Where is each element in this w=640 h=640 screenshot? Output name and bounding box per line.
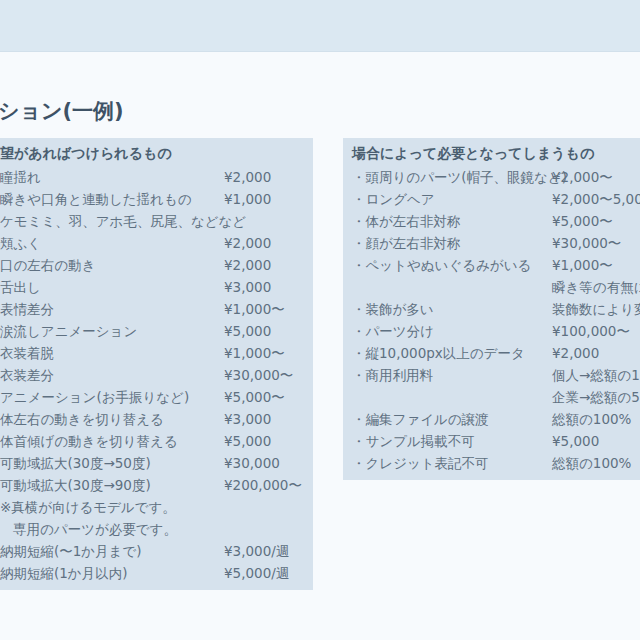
optional-features-panel: 望があればつけられるもの 瞳揺れ¥2,000瞬きや口角と連動した揺れもの¥1,0…: [0, 138, 313, 590]
item-price: ¥2,000〜: [552, 166, 613, 188]
table-row: 涙流しアニメーション¥5,000: [0, 320, 313, 342]
item-label: ・パーツ分け: [352, 320, 434, 342]
item-price: ¥1,000: [224, 188, 271, 210]
item-label: ・体が左右非対称: [352, 210, 460, 232]
table-row: 納期短縮(1か月以内)¥5,000/週: [0, 562, 313, 584]
table-row: ・ロングヘア¥2,000〜5,000: [343, 188, 640, 210]
item-label: 衣装差分: [0, 364, 54, 386]
table-row: 体首傾げの動きを切り替える¥5,000: [0, 430, 313, 452]
table-row: ・パーツ分け¥100,000〜: [343, 320, 640, 342]
item-label: 舌出し: [0, 276, 41, 298]
item-price: ¥30,000〜: [552, 232, 621, 254]
item-price: ¥1,000〜: [224, 298, 285, 320]
table-row: 可動域拡大(30度→50度)¥30,000: [0, 452, 313, 474]
item-price: ¥200,000〜: [224, 474, 302, 496]
table-row: 舌出し¥3,000: [0, 276, 313, 298]
item-price: 個人→総額の10%: [552, 364, 640, 386]
right-panel-header: 場合によって必要となってしまうもの: [343, 142, 640, 164]
left-panel-rows: 瞳揺れ¥2,000瞬きや口角と連動した揺れもの¥1,000ケモミミ、羽、アホ毛、…: [0, 166, 313, 584]
item-price: ¥5,000〜: [552, 210, 613, 232]
table-row: ・顔が左右非対称¥30,000〜: [343, 232, 640, 254]
table-row: ・ペットやぬいぐるみがいる¥1,000〜: [343, 254, 640, 276]
item-price: ¥5,000〜: [224, 386, 285, 408]
item-label: 体左右の動きを切り替える: [0, 408, 164, 430]
item-label: ケモミミ、羽、アホ毛、尻尾、などなど: [0, 210, 246, 232]
page-title: ション(一例): [0, 97, 124, 125]
table-row: ※真横が向けるモデルです。: [0, 496, 313, 518]
item-label: 可動域拡大(30度→90度): [0, 474, 151, 496]
item-label: 納期短縮(〜1か月まで): [0, 540, 142, 562]
item-label: 瞳揺れ: [0, 166, 41, 188]
item-price: 総額の100%: [552, 408, 631, 430]
table-row: ・サンプル掲載不可¥5,000: [343, 430, 640, 452]
item-price: 総額の100%: [552, 452, 631, 474]
item-price: 瞬き等の有無により変動: [552, 276, 640, 298]
right-panel-rows: ・頭周りのパーツ(帽子、眼鏡など)¥2,000〜・ロングヘア¥2,000〜5,0…: [343, 166, 640, 474]
item-label: ・編集ファイルの譲渡: [352, 408, 489, 430]
item-label: ・商用利用料: [352, 364, 433, 386]
item-price: ¥2,000: [224, 232, 271, 254]
table-row: ・頭周りのパーツ(帽子、眼鏡など)¥2,000〜: [343, 166, 640, 188]
item-label: ・クレジット表記不可: [352, 452, 489, 474]
item-price: ¥5,000: [224, 320, 271, 342]
item-label: 納期短縮(1か月以内): [0, 562, 127, 584]
item-price: ¥2,000: [224, 166, 271, 188]
table-row: 企業→総額の50%: [343, 386, 640, 408]
item-price: ¥30,000: [224, 452, 280, 474]
table-row: ・編集ファイルの譲渡総額の100%: [343, 408, 640, 430]
table-row: 納期短縮(〜1か月まで)¥3,000/週: [0, 540, 313, 562]
item-label: ・ペットやぬいぐるみがいる: [352, 254, 531, 276]
item-label: アニメーション(お手振りなど): [0, 386, 189, 408]
item-price: 装飾数により変動: [552, 298, 640, 320]
item-label: 体首傾げの動きを切り替える: [0, 430, 178, 452]
item-price: ¥1,000〜: [224, 342, 285, 364]
item-price: ¥5,000: [552, 430, 599, 452]
item-label: ・顔が左右非対称: [352, 232, 460, 254]
item-label: 口の左右の動き: [0, 254, 95, 276]
table-row: ・縦10,000px以上のデータ¥2,000: [343, 342, 640, 364]
item-price: ¥2,000〜5,000: [552, 188, 640, 210]
item-label: 頬ふく: [0, 232, 41, 254]
item-label: ・サンプル掲載不可: [352, 430, 475, 452]
item-label: 可動域拡大(30度→50度): [0, 452, 151, 474]
item-price: ¥5,000: [224, 430, 271, 452]
table-row: 衣装差分¥30,000〜: [0, 364, 313, 386]
table-row: 口の左右の動き¥2,000: [0, 254, 313, 276]
required-extras-panel: 場合によって必要となってしまうもの ・頭周りのパーツ(帽子、眼鏡など)¥2,00…: [343, 138, 640, 480]
item-label: ・ロングヘア: [352, 188, 435, 210]
table-row: 衣装着脱¥1,000〜: [0, 342, 313, 364]
table-row: ・体が左右非対称¥5,000〜: [343, 210, 640, 232]
table-row: 可動域拡大(30度→90度)¥200,000〜: [0, 474, 313, 496]
item-price: ¥2,000: [224, 254, 271, 276]
item-price: ¥100,000〜: [552, 320, 630, 342]
item-label: ・縦10,000px以上のデータ: [352, 342, 525, 364]
table-row: アニメーション(お手振りなど)¥5,000〜: [0, 386, 313, 408]
item-label: 衣装着脱: [0, 342, 54, 364]
item-price: ¥3,000: [224, 276, 271, 298]
item-label: ・装飾が多い: [352, 298, 434, 320]
item-price: ¥3,000/週: [224, 540, 289, 562]
item-label: ・頭周りのパーツ(帽子、眼鏡など): [352, 166, 567, 188]
item-label: 涙流しアニメーション: [0, 320, 137, 342]
item-label: 専用のパーツが必要です。: [0, 518, 177, 540]
item-price: ¥3,000: [224, 408, 271, 430]
item-price: ¥2,000: [552, 342, 599, 364]
table-row: ・クレジット表記不可総額の100%: [343, 452, 640, 474]
left-panel-header: 望があればつけられるもの: [0, 142, 313, 164]
table-row: 体左右の動きを切り替える¥3,000: [0, 408, 313, 430]
item-price: 企業→総額の50%: [552, 386, 640, 408]
table-row: 表情差分¥1,000〜: [0, 298, 313, 320]
item-price: ¥30,000〜: [224, 364, 293, 386]
table-row: 瞬き等の有無により変動: [343, 276, 640, 298]
table-row: 瞬きや口角と連動した揺れもの¥1,000: [0, 188, 313, 210]
table-row: ・商用利用料個人→総額の10%: [343, 364, 640, 386]
table-row: 専用のパーツが必要です。: [0, 518, 313, 540]
item-price: ¥5,000/週: [224, 562, 289, 584]
item-label: 瞬きや口角と連動した揺れもの: [0, 188, 192, 210]
item-label: ※真横が向けるモデルです。: [0, 496, 176, 518]
item-label: 表情差分: [0, 298, 54, 320]
table-row: ・装飾が多い装飾数により変動: [343, 298, 640, 320]
top-banner-band: [0, 0, 640, 52]
table-row: ケモミミ、羽、アホ毛、尻尾、などなど: [0, 210, 313, 232]
item-price: ¥1,000〜: [552, 254, 613, 276]
